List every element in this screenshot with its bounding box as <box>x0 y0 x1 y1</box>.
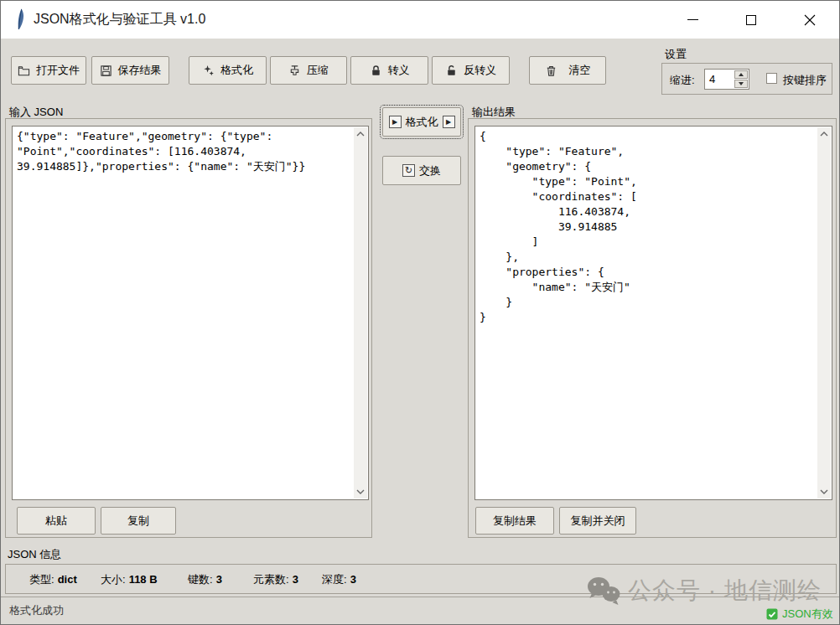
swap-icon: ↻ <box>402 164 415 177</box>
output-textarea[interactable]: { "type": "Feature", "geometry": { "type… <box>474 126 832 500</box>
json-info-frame: 类型:dict 大小:118 B 键数:3 元素数:3 深度:3 <box>5 564 837 594</box>
escape-button[interactable]: 转义 <box>350 56 428 85</box>
copy-button[interactable]: 复制 <box>101 507 176 535</box>
maximize-button[interactable] <box>726 1 776 39</box>
stat-keys: 键数:3 <box>188 572 222 587</box>
copy-label: 复制 <box>127 514 149 529</box>
output-json-content[interactable]: { "type": "Feature", "geometry": { "type… <box>480 129 813 497</box>
feather-app-icon <box>14 8 26 31</box>
open-file-button[interactable]: 打开文件 <box>11 56 86 85</box>
sort-keys-checkbox[interactable] <box>766 73 777 84</box>
paste-label: 粘贴 <box>45 514 67 529</box>
close-button[interactable] <box>785 1 835 39</box>
input-json-content[interactable]: {"type": "Feature","geometry": {"type": … <box>17 129 350 497</box>
copy-and-close-label: 复制并关闭 <box>571 514 625 529</box>
check-icon <box>766 608 778 620</box>
compress-button[interactable]: 压缩 <box>270 56 347 85</box>
indent-label: 缩进: <box>670 73 695 88</box>
play-icon: ▶ <box>443 116 455 128</box>
copy-result-label: 复制结果 <box>493 514 537 529</box>
sparkles-format-icon <box>202 65 215 77</box>
format-label: 格式化 <box>220 63 253 78</box>
paste-button[interactable]: 粘贴 <box>17 507 96 535</box>
stat-elements: 元素数:3 <box>253 572 298 587</box>
maximize-icon <box>746 15 756 25</box>
input-textarea[interactable]: {"type": "Feature","geometry": {"type": … <box>12 126 369 500</box>
input-scrollbar[interactable] <box>354 127 367 498</box>
spinbox-arrows <box>734 70 748 88</box>
clamp-compress-icon <box>288 65 301 77</box>
status-text: 格式化成功 <box>9 603 64 618</box>
scroll-up-icon[interactable] <box>354 127 367 141</box>
arrow-up-icon <box>739 73 744 76</box>
json-valid-badge: JSON有效 <box>766 607 833 622</box>
scroll-down-icon[interactable] <box>817 485 831 498</box>
scroll-up-icon[interactable] <box>817 127 831 141</box>
spin-up-button[interactable] <box>734 70 748 79</box>
clear-button[interactable]: 清空 <box>529 56 606 85</box>
sort-keys-label: 按键排序 <box>783 73 827 88</box>
indent-spinbox[interactable]: 4 <box>704 69 749 90</box>
unescape-label: 反转义 <box>464 63 496 78</box>
minimize-icon <box>687 19 698 20</box>
compress-label: 压缩 <box>307 63 329 78</box>
arrow-down-icon <box>739 82 744 85</box>
titlebar: JSON格式化与验证工具 v1.0 <box>1 1 839 39</box>
format-button[interactable]: 格式化 <box>189 56 267 85</box>
folder-open-icon <box>18 65 30 77</box>
close-icon <box>804 14 816 26</box>
stat-size: 大小:118 B <box>101 572 158 587</box>
minimize-button[interactable] <box>667 1 718 39</box>
input-panel: {"type": "Feature","geometry": {"type": … <box>5 118 372 538</box>
save-result-label: 保存结果 <box>118 63 162 78</box>
save-result-button[interactable]: 保存结果 <box>91 56 169 85</box>
status-bar: 格式化成功 <box>1 597 839 624</box>
lock-icon <box>370 65 382 77</box>
settings-frame: 缩进: 4 按键排序 <box>661 63 832 95</box>
clear-label: 清空 <box>569 63 591 78</box>
window-title: JSON格式化与验证工具 v1.0 <box>34 11 205 28</box>
stat-depth: 深度:3 <box>322 572 356 587</box>
copy-result-button[interactable]: 复制结果 <box>475 507 554 535</box>
escape-label: 转义 <box>388 63 410 78</box>
scroll-down-icon[interactable] <box>354 485 367 498</box>
swap-label: 交换 <box>419 163 441 178</box>
run-format-button[interactable]: ▶ 格式化 ▶ <box>382 107 461 137</box>
open-file-label: 打开文件 <box>36 63 80 78</box>
json-info-label: JSON 信息 <box>8 547 61 562</box>
run-format-label: 格式化 <box>406 115 438 130</box>
copy-and-close-button[interactable]: 复制并关闭 <box>559 507 636 535</box>
swap-button[interactable]: ↻ 交换 <box>382 156 461 185</box>
unescape-button[interactable]: 反转义 <box>432 56 510 85</box>
save-icon <box>100 65 112 77</box>
output-scrollbar[interactable] <box>817 127 831 498</box>
stat-type: 类型:dict <box>29 572 77 587</box>
lock-open-icon <box>445 65 458 77</box>
trash-icon <box>545 65 557 77</box>
json-valid-text: JSON有效 <box>782 607 833 622</box>
indent-value: 4 <box>709 73 715 85</box>
settings-group-label: 设置 <box>665 47 687 62</box>
play-icon: ▶ <box>389 116 402 128</box>
spin-down-button[interactable] <box>734 80 748 88</box>
output-panel: { "type": "Feature", "geometry": { "type… <box>468 118 837 538</box>
app-window: JSON格式化与验证工具 v1.0 打开文件 保存结果 格式化 <box>0 0 840 625</box>
